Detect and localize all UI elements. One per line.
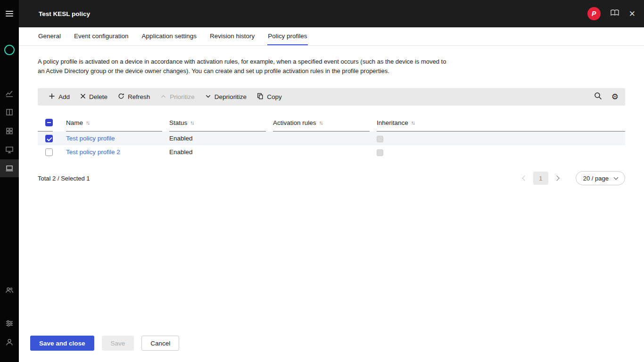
settings-icon[interactable] — [0, 315, 19, 332]
previous-page-icon[interactable] — [522, 176, 527, 181]
table-row[interactable]: Test policy profile Enabled — [38, 132, 625, 145]
table-row[interactable]: Test policy profile 2 Enabled — [38, 145, 625, 159]
refresh-button[interactable]: Refresh — [113, 88, 155, 106]
save-button[interactable]: Save — [102, 336, 134, 351]
chevron-down-icon — [614, 175, 619, 180]
kaspersky-badge-icon[interactable]: P — [587, 7, 601, 20]
list-footer: Total 2 / Selected 1 1 20 / page — [38, 171, 625, 185]
profile-name-link[interactable]: Test policy profile — [66, 135, 115, 142]
main-panel: General Event configuration Application … — [19, 27, 644, 362]
status-cell: Enabled — [169, 135, 193, 142]
selection-summary: Total 2 / Selected 1 — [38, 175, 90, 182]
add-button[interactable]: Add — [43, 88, 75, 106]
sort-icon[interactable]: ↑↓ — [319, 120, 322, 125]
delete-button[interactable]: Delete — [75, 88, 113, 106]
sort-icon[interactable]: ↑↓ — [190, 120, 193, 125]
gear-icon[interactable]: ⚙ — [611, 93, 619, 101]
marketplace-icon[interactable] — [0, 123, 19, 140]
plus-icon — [49, 93, 55, 101]
sort-icon[interactable]: ↑↓ — [86, 120, 89, 125]
sidebar — [0, 0, 19, 362]
tab-bar: General Event configuration Application … — [19, 27, 644, 46]
tab-policy-profiles[interactable]: Policy profiles — [267, 27, 307, 45]
column-header-inheritance: Inheritance — [377, 119, 408, 126]
copy-icon — [257, 93, 264, 101]
next-page-icon[interactable] — [554, 176, 559, 181]
inheritance-checkbox — [377, 136, 383, 142]
inheritance-checkbox — [377, 149, 383, 156]
tab-event-configuration[interactable]: Event configuration — [74, 27, 129, 45]
row-checkbox[interactable] — [45, 135, 53, 142]
column-header-name: Name — [66, 119, 83, 126]
page-size-select[interactable]: 20 / page — [576, 171, 625, 185]
deprioritize-button[interactable]: Deprioritize — [200, 88, 252, 106]
policy-profiles-table: Name↑↓ Status↑↓ Activation rules↑↓ Inher… — [38, 116, 625, 159]
refresh-icon — [118, 93, 124, 101]
search-icon[interactable] — [594, 92, 602, 102]
header-bar: Test KESL policy P ✕ — [19, 0, 644, 27]
row-checkbox[interactable] — [45, 148, 53, 156]
prioritize-button[interactable]: Prioritize — [155, 88, 200, 106]
table-toolbar: Add Delete Refresh Prioritize Deprioriti… — [38, 88, 625, 106]
devices-icon[interactable] — [0, 141, 19, 158]
kaspersky-logo-icon[interactable] — [0, 41, 19, 58]
app-window: Test KESL policy P ✕ General Event confi… — [0, 0, 644, 362]
policy-profile-description: A policy profile is activated on a devic… — [38, 57, 453, 76]
page-number-button[interactable]: 1 — [533, 172, 548, 185]
dialog-actions: Save and close Save Cancel — [30, 336, 179, 351]
status-cell: Enabled — [169, 148, 193, 156]
sort-icon[interactable]: ↑↓ — [411, 120, 414, 125]
close-icon[interactable]: ✕ — [629, 10, 636, 18]
reports-icon[interactable] — [0, 104, 19, 121]
tab-general[interactable]: General — [38, 27, 61, 45]
x-icon — [80, 93, 86, 100]
users-icon[interactable] — [0, 282, 19, 299]
column-header-status: Status — [169, 119, 187, 126]
column-header-activation-rules: Activation rules — [273, 119, 316, 126]
chevron-up-icon — [160, 93, 166, 101]
help-docs-icon[interactable] — [610, 9, 619, 18]
chevron-down-icon — [205, 93, 211, 101]
cancel-button[interactable]: Cancel — [141, 336, 179, 351]
page-title: Test KESL policy — [39, 10, 90, 17]
profile-name-link[interactable]: Test policy profile 2 — [66, 148, 120, 156]
policies-icon[interactable] — [0, 159, 19, 177]
select-all-checkbox[interactable] — [45, 119, 53, 126]
copy-button[interactable]: Copy — [252, 88, 287, 106]
tab-application-settings[interactable]: Application settings — [141, 27, 197, 45]
account-icon[interactable] — [0, 334, 19, 351]
monitoring-icon[interactable] — [0, 85, 19, 102]
hamburger-menu-icon[interactable] — [0, 6, 19, 22]
tab-revision-history[interactable]: Revision history — [209, 27, 255, 45]
save-and-close-button[interactable]: Save and close — [30, 336, 94, 351]
